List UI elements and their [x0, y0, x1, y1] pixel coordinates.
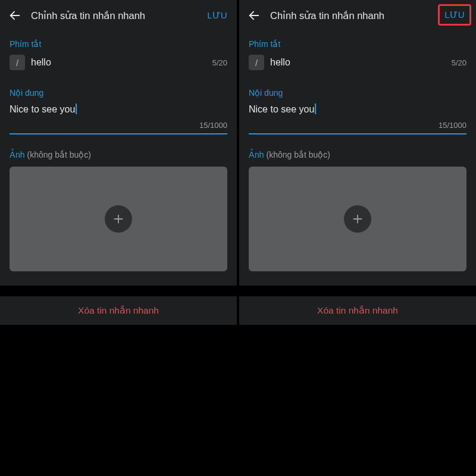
save-button-highlighted[interactable]: LƯU: [438, 4, 471, 26]
text-cursor: [315, 104, 316, 114]
empty-area: [0, 325, 237, 477]
content-label: Nội dung: [249, 88, 466, 98]
input-underline: [249, 133, 466, 134]
save-button[interactable]: LƯU: [206, 8, 228, 23]
add-image-button[interactable]: [344, 205, 371, 233]
slash-icon: /: [249, 55, 264, 70]
form-content: Phím tắt / hello 5/20 Nội dung Nice to s…: [239, 31, 476, 286]
shortcut-input[interactable]: hello: [270, 57, 452, 68]
image-label-muted: (không bắt buộc): [264, 150, 330, 159]
back-arrow-icon[interactable]: [8, 9, 21, 22]
shortcut-label: Phím tắt: [10, 39, 227, 49]
shortcut-label: Phím tắt: [249, 39, 466, 49]
text-cursor: [76, 104, 77, 114]
content-input[interactable]: Nice to see you: [10, 104, 227, 116]
content-counter: 15/1000: [249, 121, 466, 130]
section-divider: [239, 286, 476, 296]
back-arrow-icon[interactable]: [248, 9, 261, 22]
content-counter: 15/1000: [10, 121, 227, 130]
content-text: Nice to see you: [249, 104, 314, 114]
delete-quick-message-button[interactable]: Xóa tin nhắn nhanh: [239, 296, 476, 325]
image-upload-box[interactable]: [10, 167, 227, 271]
app-header: Chỉnh sửa tin nhắn nhanh LƯU: [0, 0, 237, 31]
shortcut-counter: 5/20: [212, 58, 227, 67]
section-divider: [0, 286, 237, 296]
image-section-label: Ảnh (không bắt buộc): [249, 150, 466, 159]
content-label: Nội dung: [10, 88, 227, 98]
shortcut-counter: 5/20: [452, 58, 466, 67]
delete-quick-message-button[interactable]: Xóa tin nhắn nhanh: [0, 296, 237, 325]
shortcut-input[interactable]: hello: [31, 57, 212, 68]
image-label-muted: (không bắt buộc): [25, 150, 91, 159]
shortcut-row: / hello 5/20: [249, 55, 466, 70]
image-upload-box[interactable]: [249, 167, 466, 271]
content-input[interactable]: Nice to see you: [249, 104, 466, 116]
add-image-button[interactable]: [105, 205, 132, 233]
form-content: Phím tắt / hello 5/20 Nội dung Nice to s…: [0, 31, 237, 286]
app-header: Chỉnh sửa tin nhắn nhanh LƯU: [239, 0, 476, 31]
empty-area: [239, 325, 476, 477]
content-text: Nice to see you: [10, 104, 75, 114]
page-title: Chỉnh sửa tin nhắn nhanh: [270, 10, 438, 21]
shortcut-row: / hello 5/20: [10, 55, 227, 70]
input-underline: [10, 133, 227, 134]
image-label-accent: Ảnh: [10, 150, 25, 159]
image-section-label: Ảnh (không bắt buộc): [10, 150, 227, 159]
page-title: Chỉnh sửa tin nhắn nhanh: [31, 10, 206, 21]
screen-right: Chỉnh sửa tin nhắn nhanh LƯU Phím tắt / …: [239, 0, 476, 476]
slash-icon: /: [10, 55, 25, 70]
image-label-accent: Ảnh: [249, 150, 264, 159]
screen-left: Chỉnh sửa tin nhắn nhanh LƯU Phím tắt / …: [0, 0, 237, 476]
